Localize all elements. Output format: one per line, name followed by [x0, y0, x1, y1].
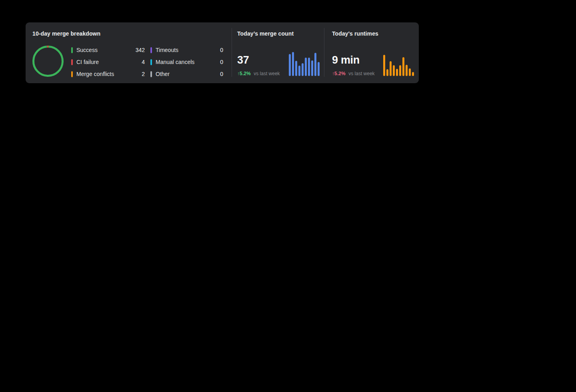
merge-count-sparkline [289, 52, 320, 76]
legend-value: 342 [136, 47, 145, 53]
legend-item: Merge conflicts2 [71, 71, 145, 77]
sparkline-bar [305, 58, 307, 76]
trend-suffix: vs last week [348, 71, 374, 76]
sparkline-bar [289, 54, 291, 76]
donut-legend: Success342CI failure4Merge conflicts2Tim… [71, 44, 223, 80]
runtimes-sparkline [383, 55, 414, 76]
section-divider [324, 28, 324, 77]
legend-value: 0 [220, 47, 223, 53]
merge-stats-panel: 10-day merge breakdown Success342CI fail… [26, 22, 419, 83]
sparkline-bar [318, 62, 320, 76]
merge-breakdown-donut-chart [32, 45, 64, 77]
sparkline-bar [314, 53, 316, 76]
legend-item: Success342 [71, 47, 145, 53]
trend-percent-value: 5.2% [334, 71, 346, 76]
merge-count-trend: ↑5.2% vs last week [237, 71, 280, 76]
legend-label: Manual cancels [156, 59, 220, 65]
legend-label: Success [76, 47, 136, 53]
donut-segment [33, 46, 63, 76]
legend-label: Merge conflicts [76, 71, 142, 77]
sparkline-bar [292, 52, 294, 76]
merge-count-value: 37 [237, 54, 249, 66]
legend-value: 2 [142, 71, 145, 77]
trend-suffix: vs last week [254, 71, 280, 76]
sparkline-bar [383, 55, 385, 76]
legend-color-chip [150, 47, 152, 53]
legend-item: CI failure4 [71, 59, 145, 65]
trend-percent-value: 5.2% [240, 71, 251, 76]
sparkline-bar [409, 68, 411, 76]
sparkline-bar [386, 69, 388, 76]
legend-item: Manual cancels0 [150, 59, 223, 65]
sparkline-bar [311, 60, 313, 76]
breakdown-section-title: 10-day merge breakdown [32, 30, 100, 37]
runtimes-section-title: Today's runtimes [332, 30, 378, 37]
legend-color-chip [71, 47, 73, 53]
legend-value: 4 [142, 59, 145, 65]
legend-value: 0 [220, 71, 223, 77]
sparkline-bar [390, 61, 392, 76]
legend-label: Other [156, 71, 220, 77]
sparkline-bar [402, 57, 404, 76]
legend-color-chip [150, 71, 152, 77]
sparkline-bar [393, 65, 395, 76]
sparkline-bar [412, 72, 414, 76]
legend-color-chip [71, 71, 73, 77]
merge-count-trend-percent: ↑5.2% [237, 71, 251, 76]
runtimes-trend: ↑5.2% vs last week [332, 71, 375, 76]
sparkline-bar [396, 69, 398, 76]
merge-count-section-title: Today’s merge count [237, 30, 294, 37]
sparkline-bar [295, 61, 297, 76]
legend-label: Timeouts [156, 47, 220, 53]
legend-label: CI failure [76, 59, 142, 65]
sparkline-bar [406, 65, 408, 76]
sparkline-bar [302, 63, 304, 76]
sparkline-bar [308, 58, 310, 76]
legend-item: Timeouts0 [150, 47, 223, 53]
legend-value: 0 [220, 59, 223, 65]
runtimes-value: 9 min [332, 54, 360, 66]
legend-item: Other0 [150, 71, 223, 77]
section-divider [232, 28, 232, 77]
runtimes-trend-percent: ↑5.2% [332, 71, 346, 76]
sparkline-bar [399, 65, 401, 76]
legend-color-chip [71, 59, 73, 65]
legend-color-chip [150, 59, 152, 65]
sparkline-bar [298, 66, 300, 76]
